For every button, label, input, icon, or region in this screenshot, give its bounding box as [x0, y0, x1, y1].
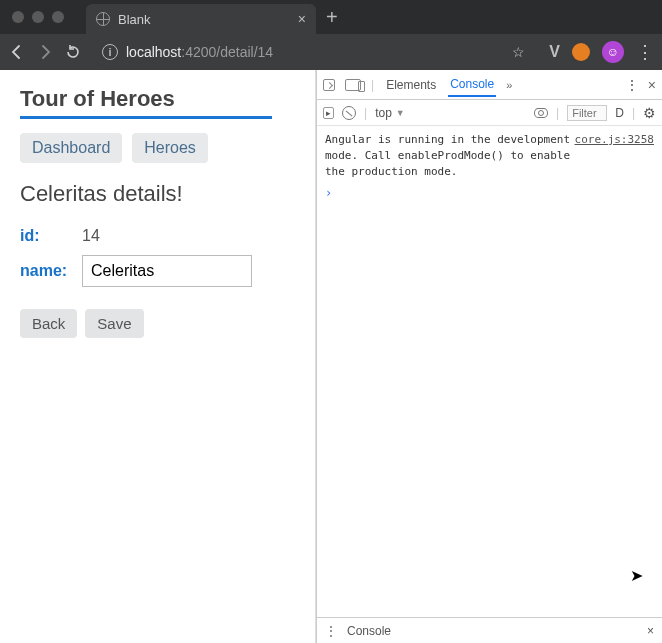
- devtools-menu-icon[interactable]: ⋮: [626, 78, 638, 92]
- context-selector[interactable]: top ▼: [375, 106, 405, 120]
- nav-dashboard[interactable]: Dashboard: [20, 133, 122, 163]
- reload-icon[interactable]: [64, 43, 82, 61]
- new-tab-button[interactable]: +: [316, 6, 348, 29]
- page-title: Tour of Heroes: [20, 86, 295, 112]
- name-input[interactable]: [82, 255, 252, 287]
- log-message: Angular is running in the development mo…: [325, 132, 571, 180]
- titlebar: Blank × +: [0, 0, 662, 34]
- drawer-menu-icon[interactable]: ⋮: [325, 624, 337, 638]
- id-label: id:: [20, 227, 72, 245]
- console-sidebar-toggle-icon[interactable]: ▸: [323, 107, 334, 119]
- tab-console[interactable]: Console: [448, 73, 496, 97]
- url-path: :4200/detail/14: [181, 44, 273, 60]
- save-button[interactable]: Save: [85, 309, 143, 338]
- nav-forward-icon[interactable]: [36, 43, 54, 61]
- context-label: top: [375, 106, 392, 120]
- address-bar[interactable]: i localhost:4200/detail/14 ☆: [92, 38, 535, 66]
- console-settings-icon[interactable]: ⚙: [643, 105, 656, 121]
- toolbar: i localhost:4200/detail/14 ☆ V ☺ ⋮: [0, 34, 662, 70]
- tab-close-icon[interactable]: ×: [298, 11, 306, 27]
- traffic-light-close[interactable]: [12, 11, 24, 23]
- nav-heroes[interactable]: Heroes: [132, 133, 208, 163]
- tab-elements[interactable]: Elements: [384, 74, 438, 96]
- browser-menu-icon[interactable]: ⋮: [636, 41, 654, 63]
- extension-orange-icon[interactable]: [572, 43, 590, 61]
- inspect-element-icon[interactable]: [323, 79, 335, 91]
- live-expression-icon[interactable]: [534, 108, 548, 118]
- drawer-console-label[interactable]: Console: [347, 624, 391, 638]
- bookmark-star-icon[interactable]: ☆: [512, 44, 525, 60]
- name-label: name:: [20, 262, 72, 280]
- chevron-down-icon: ▼: [396, 108, 405, 118]
- filter-input[interactable]: [567, 105, 607, 121]
- clear-console-icon[interactable]: [342, 106, 356, 120]
- extension-v-icon[interactable]: V: [549, 43, 560, 61]
- site-info-icon[interactable]: i: [102, 44, 118, 60]
- tab-title: Blank: [118, 12, 151, 27]
- log-levels[interactable]: D: [615, 106, 624, 120]
- traffic-light-max[interactable]: [52, 11, 64, 23]
- details-heading: Celeritas details!: [20, 181, 295, 207]
- profile-avatar-icon[interactable]: ☺: [602, 41, 624, 63]
- title-underline: [20, 116, 272, 119]
- devtools-panel: | Elements Console » ⋮ × ▸ | top ▼ | D: [316, 70, 662, 643]
- back-button[interactable]: Back: [20, 309, 77, 338]
- console-log-entry: Angular is running in the development mo…: [317, 126, 662, 186]
- drawer-close-icon[interactable]: ×: [647, 624, 654, 638]
- browser-tab[interactable]: Blank ×: [86, 4, 316, 34]
- traffic-light-min[interactable]: [32, 11, 44, 23]
- tabs-overflow-icon[interactable]: »: [506, 79, 512, 91]
- url-host: localhost: [126, 44, 181, 60]
- log-source-link[interactable]: core.js:3258: [575, 132, 654, 180]
- nav-back-icon[interactable]: [8, 43, 26, 61]
- device-toggle-icon[interactable]: [345, 79, 361, 91]
- id-value: 14: [82, 227, 100, 245]
- console-prompt[interactable]: ›: [317, 186, 662, 200]
- devtools-close-icon[interactable]: ×: [648, 77, 656, 93]
- app-viewport: Tour of Heroes Dashboard Heroes Celerita…: [0, 70, 316, 643]
- globe-icon: [96, 12, 110, 26]
